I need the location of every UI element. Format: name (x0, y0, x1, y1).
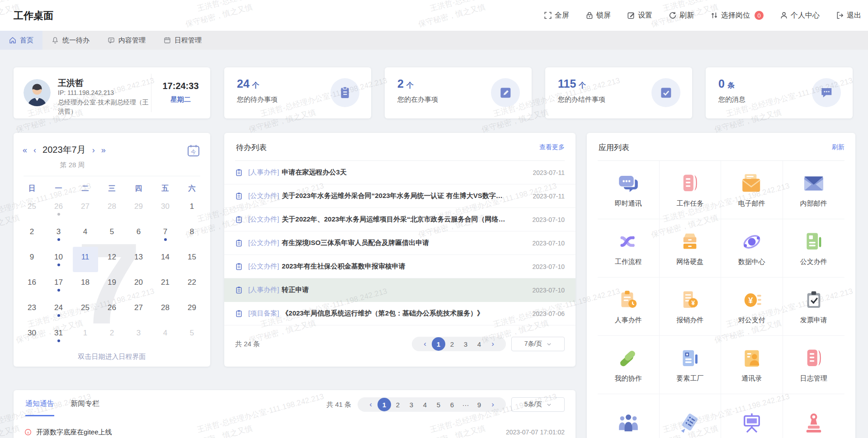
calendar-day[interactable]: 27 (125, 297, 152, 323)
page-button-3[interactable]: 3 (459, 337, 472, 351)
calendar-day[interactable]: 7 (152, 221, 179, 247)
calendar-day[interactable]: 5 (99, 221, 125, 247)
calendar-day[interactable]: 26 (99, 297, 125, 323)
calendar-day[interactable]: 22 (179, 272, 205, 297)
notice-page-size-select[interactable]: 5条/页 (511, 397, 565, 412)
calendar-day[interactable]: 27 (72, 196, 99, 221)
app-日志管理[interactable]: 日志管理 (783, 336, 845, 394)
app-发票申请[interactable]: 发票申请 (783, 278, 845, 336)
next-page-button[interactable]: › (486, 398, 500, 411)
header-action-选择岗位[interactable]: 选择岗位0 (710, 11, 764, 20)
header-action-退出[interactable]: 退出 (836, 11, 861, 20)
app-stamp-icon[interactable] (783, 394, 845, 438)
tab-首页[interactable]: 首页 (0, 31, 42, 50)
header-action-刷新[interactable]: 刷新 (669, 11, 694, 20)
notice-tab-通知通告[interactable]: 通知通告 (25, 399, 54, 416)
header-action-个人中心[interactable]: 个人中心 (780, 11, 820, 20)
calendar-day[interactable]: 13 (125, 247, 152, 272)
calendar-day[interactable]: 17 (45, 272, 72, 297)
app-电子邮件[interactable]: 电子邮件 (721, 161, 783, 219)
calendar-day[interactable]: 31 (45, 323, 72, 348)
header-action-全屏[interactable]: 全屏 (544, 11, 569, 20)
app-对公支付[interactable]: ¥对公支付 (721, 278, 783, 336)
app-presentation-board-icon[interactable] (721, 394, 783, 438)
calendar-day[interactable]: 14 (152, 247, 179, 272)
calendar-day[interactable]: 30 (19, 323, 45, 348)
todo-item[interactable]: [公文办件]关于2022年、2023年水务局运维项目外采“北京市政务云服务合同（… (224, 208, 576, 231)
tab-日程管理[interactable]: 日程管理 (155, 31, 211, 50)
calendar-day[interactable]: 9 (19, 247, 45, 272)
app-要素工厂[interactable]: 要素工厂 (660, 336, 722, 394)
prev-year-button[interactable]: « (23, 146, 27, 154)
calendar-day[interactable]: 26 (45, 196, 72, 221)
page-button-2[interactable]: 2 (391, 398, 405, 411)
tab-统一待办[interactable]: 统一待办 (42, 31, 99, 50)
header-action-锁屏[interactable]: 锁屏 (585, 11, 611, 20)
todo-item[interactable]: [公文办件]关于2023年水务运维外采合同“2023年水务局统一认证 有生博大V… (224, 184, 576, 208)
app-我的协作[interactable]: 我的协作 (598, 336, 660, 394)
calendar-day[interactable]: 21 (152, 272, 179, 297)
app-people-group-icon[interactable] (598, 394, 660, 438)
calendar-day[interactable]: 2 (19, 221, 45, 247)
page-button-6[interactable]: 6 (445, 398, 459, 411)
calendar-day[interactable]: 3 (45, 221, 72, 247)
page-button-2[interactable]: 2 (445, 337, 459, 351)
calendar-day[interactable]: 2 (99, 323, 125, 348)
header-action-设置[interactable]: 设置 (627, 11, 652, 20)
page-button-5[interactable]: 5 (432, 398, 445, 411)
app-数据中心[interactable]: 数据中心 (721, 219, 783, 278)
view-more-link[interactable]: 查看更多 (539, 143, 565, 151)
app-人事办件[interactable]: 人事办件 (598, 278, 660, 336)
calendar-day[interactable]: 19 (99, 272, 125, 297)
today-icon[interactable]: 今 (187, 144, 200, 157)
next-page-button[interactable]: › (486, 337, 500, 351)
app-报销办件[interactable]: ¥报销办件 (660, 278, 722, 336)
page-button-1[interactable]: 1 (432, 337, 445, 351)
calendar-day[interactable]: 29 (125, 196, 152, 221)
calendar-day[interactable]: 1 (179, 196, 205, 221)
todo-item[interactable]: [人事办件]申请在家远程办公3天2023-07-11 (224, 161, 576, 184)
more-pages-ellipsis[interactable]: ··· (459, 398, 472, 411)
calendar-day[interactable]: 30 (152, 196, 179, 221)
app-工作任务[interactable]: 工作任务 (660, 161, 722, 219)
calendar-day[interactable]: 18 (72, 272, 99, 297)
calendar-day[interactable]: 25 (72, 297, 99, 323)
todo-page-size-select[interactable]: 7条/页 (511, 337, 565, 351)
calendar-day[interactable]: 11 (72, 247, 99, 272)
calendar-day[interactable]: 12 (99, 247, 125, 272)
page-button-1[interactable]: 1 (377, 398, 391, 411)
refresh-link[interactable]: 刷新 (832, 143, 844, 151)
calendar-day[interactable]: 23 (19, 297, 45, 323)
app-即时通讯[interactable]: 即时通讯 (598, 161, 660, 219)
page-button-9[interactable]: 9 (472, 398, 486, 411)
page-button-4[interactable]: 4 (418, 398, 432, 411)
calendar-day[interactable]: 25 (19, 196, 45, 221)
notice-tab-新闻专栏[interactable]: 新闻专栏 (71, 399, 99, 416)
todo-item[interactable]: [人事办件]转正申请2023-07-10 (224, 278, 576, 302)
page-button-3[interactable]: 3 (405, 398, 418, 411)
tab-内容管理[interactable]: 内容管理 (99, 31, 155, 50)
calendar-day[interactable]: 10 (45, 247, 72, 272)
calendar-day[interactable]: 1 (72, 323, 99, 348)
calendar-day[interactable]: 8 (179, 221, 205, 247)
todo-item[interactable]: [公文办件]有生深境ISO三体系年审人员配合及牌匾借出申请2023-07-10 (224, 231, 576, 255)
app-公文办件[interactable]: 公文办件 (783, 219, 845, 278)
calendar-day[interactable]: 28 (99, 196, 125, 221)
calendar-day[interactable]: 15 (179, 247, 205, 272)
todo-item[interactable]: [公文办件]2023年有生社保公积金基数申报审核申请2023-07-10 (224, 255, 576, 278)
calendar-day[interactable]: 4 (152, 323, 179, 348)
notice-item[interactable]: 开源数字底座在gitee上线2023-07-07 17:01:02 (14, 423, 576, 438)
calendar-day[interactable]: 3 (125, 323, 152, 348)
app-receipt-icon[interactable] (660, 394, 722, 438)
calendar-day[interactable]: 24 (45, 297, 72, 323)
calendar-day[interactable]: 6 (125, 221, 152, 247)
app-网络硬盘[interactable]: 网络硬盘 (660, 219, 722, 278)
app-工作流程[interactable]: 工作流程 (598, 219, 660, 278)
next-month-button[interactable]: › (92, 146, 95, 154)
app-通讯录[interactable]: 通讯录 (721, 336, 783, 394)
next-year-button[interactable]: » (101, 146, 106, 154)
app-内部邮件[interactable]: 内部邮件 (783, 161, 845, 219)
page-button-4[interactable]: 4 (472, 337, 486, 351)
prev-page-button[interactable]: ‹ (364, 398, 377, 411)
prev-month-button[interactable]: ‹ (33, 146, 36, 154)
